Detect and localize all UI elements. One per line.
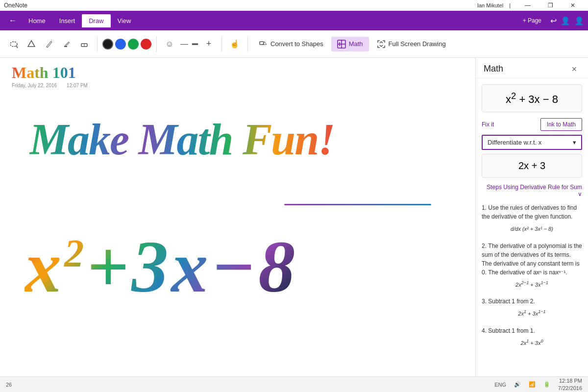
eraser-tool-button[interactable]: [76, 36, 92, 52]
separator3: [221, 36, 222, 52]
math-panel-header: Math ✕: [476, 58, 588, 78]
fix-it-link[interactable]: Fix it: [482, 121, 494, 128]
step-1-text: Use the rules of derivatives to find the…: [482, 204, 577, 220]
emoji-tool-button[interactable]: ☺: [162, 36, 177, 52]
step-1-formula: d/dx (x² + 3x¹ − 8): [482, 224, 582, 234]
fun-underline: [284, 204, 431, 205]
undo-icon[interactable]: ↩: [550, 16, 557, 25]
shape-tool-button[interactable]: [24, 36, 39, 52]
toolbar: ☺ — ━ + ☝ Convert to Shapes Math Full Sc…: [0, 30, 588, 58]
battery-icon: 🔋: [543, 381, 550, 388]
separator1: [97, 36, 98, 52]
fullscreen-icon: [377, 40, 386, 49]
lasso-tool-button[interactable]: [6, 36, 22, 52]
menu-home[interactable]: Home: [22, 14, 52, 27]
svg-rect-3: [64, 46, 67, 47]
pen-tool-button[interactable]: [41, 36, 57, 52]
operation-dropdown[interactable]: Differentiate w.r.t. x ▾: [482, 135, 582, 150]
main-area: Math 101 Friday, July 22, 2016 12:07 PM …: [0, 58, 588, 376]
volume-icon: 🔊: [514, 381, 521, 388]
back-button[interactable]: ←: [4, 13, 22, 28]
app-name: OneNote: [4, 2, 27, 9]
menu-insert[interactable]: Insert: [52, 14, 82, 27]
color-green[interactable]: [128, 39, 139, 49]
title-bar: OneNote Ian Mikutel | — ❐ ✕: [0, 0, 588, 11]
highlighter-tool-button[interactable]: [59, 36, 74, 52]
stroke-thin: —: [179, 40, 189, 49]
result-expression: 2x + 3: [518, 160, 545, 171]
maximize-button[interactable]: ❐: [539, 0, 562, 11]
math-button[interactable]: Math: [331, 37, 369, 51]
step-4-text: Subtract 1 from 1.: [488, 327, 535, 334]
page-date: Friday, July 22, 2016 12:07 PM: [12, 83, 88, 88]
math-panel-title: Math: [484, 64, 503, 74]
svg-marker-2: [28, 41, 35, 47]
status-date: 7/22/2016: [558, 385, 582, 392]
page-title-area: Math 101 Friday, July 22, 2016 12:07 PM: [12, 64, 88, 88]
make-math-fun-text: Make Math Fun!: [29, 114, 334, 165]
user-name: Ian Mikutel: [477, 2, 503, 8]
menu-draw[interactable]: Draw: [82, 14, 110, 27]
minimize-button[interactable]: —: [516, 0, 539, 11]
extra-tools-section: ☺ — ━ +: [162, 36, 217, 52]
step-1: 1. Use the rules of derivatives to find …: [482, 203, 582, 234]
math-panel: Math ✕ x2 + 3x − 8 Fix it Ink to Math Di…: [475, 58, 588, 376]
fullscreen-button[interactable]: Full Screen Drawing: [371, 37, 452, 51]
page-title: Math 101: [12, 64, 88, 82]
color-red[interactable]: [141, 39, 151, 49]
stroke-thick: ━: [191, 38, 199, 50]
convert-shapes-icon: [259, 40, 268, 49]
step-3-number: 3.: [482, 298, 488, 305]
wifi-icon: 📶: [529, 381, 536, 388]
math-expression: x2 + 3x − 8: [506, 93, 558, 105]
math-expression-handwriting: x2+3x−8: [24, 224, 298, 309]
step-2: 2. The derivative of a polynomial is the…: [482, 242, 582, 290]
step-2-number: 2.: [482, 243, 488, 249]
plus-button[interactable]: +: [201, 36, 217, 52]
math-panel-close-button[interactable]: ✕: [568, 64, 580, 74]
color-blue[interactable]: [115, 39, 126, 49]
color-section: [102, 39, 151, 49]
step-1-number: 1.: [482, 204, 488, 211]
close-button[interactable]: ✕: [562, 0, 584, 11]
step-2-text: The derivative of a polynomial is the su…: [482, 243, 582, 276]
step-2-formula: 2x2−1 + 3x1−1: [482, 280, 582, 290]
status-bar: 26 ENG 🔊 📶 🔋 12:18 PM 7/22/2016: [0, 376, 588, 392]
step-4-formula: 2x1 + 3x0: [482, 338, 582, 348]
profile-icon[interactable]: 👤: [561, 16, 570, 25]
convert-to-shapes-button[interactable]: Convert to Shapes: [253, 37, 329, 51]
dropdown-arrow-icon: ▾: [573, 139, 576, 146]
separator2: [156, 36, 157, 52]
color-black[interactable]: [102, 39, 113, 49]
step-4-number: 4.: [482, 327, 488, 334]
step-4: 4. Subtract 1 from 1. 2x1 + 3x0: [482, 326, 582, 348]
status-left: 26: [6, 382, 12, 388]
profile2-icon[interactable]: 👤: [574, 16, 584, 25]
tool-section: [6, 36, 92, 52]
separator4: [247, 36, 248, 52]
result-box: 2x + 3: [482, 154, 582, 178]
steps-toggle[interactable]: Steps Using Derivative Rule for Sum ∨: [476, 182, 588, 203]
math-icon: [337, 40, 346, 49]
step-3-formula: 2x1 + 3x1−1: [482, 309, 582, 318]
page-number: 26: [6, 382, 12, 388]
lang-label: ENG: [494, 382, 506, 388]
svg-line-1: [16, 46, 18, 48]
menu-bar: ← Home Insert Draw View + Page ↩ 👤 👤: [0, 11, 588, 30]
separator: |: [509, 2, 511, 8]
status-time: 12:18 PM: [559, 377, 582, 384]
steps-list: 1. Use the rules of derivatives to find …: [476, 203, 588, 376]
math-actions: Fix it Ink to Math: [476, 116, 588, 135]
ink-to-math-button[interactable]: Ink to Math: [540, 118, 582, 131]
step-3: 3. Subtract 1 from 2. 2x1 + 3x1−1: [482, 297, 582, 318]
step-3-text: Subtract 1 from 2.: [488, 298, 535, 305]
operation-label: Differentiate w.r.t. x: [488, 139, 541, 146]
touch-mode-button[interactable]: ☝: [227, 36, 243, 52]
math-expression-box: x2 + 3x − 8: [482, 84, 582, 112]
menu-view[interactable]: View: [111, 14, 138, 27]
add-page-button[interactable]: + Page: [518, 15, 546, 26]
canvas-area[interactable]: Math 101 Friday, July 22, 2016 12:07 PM …: [0, 58, 475, 376]
